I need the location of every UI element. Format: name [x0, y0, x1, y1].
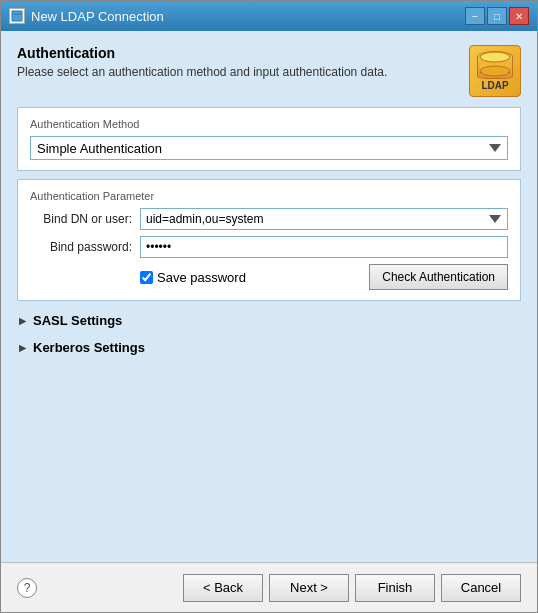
minimize-button[interactable]: −	[465, 7, 485, 25]
save-password-label[interactable]: Save password	[140, 270, 246, 285]
bind-dn-row: Bind DN or user: uid=admin,ou=system	[30, 208, 508, 230]
close-button[interactable]: ✕	[509, 7, 529, 25]
header-section: Authentication Please select an authenti…	[17, 45, 521, 97]
main-window: New LDAP Connection − □ ✕ Authentication…	[0, 0, 538, 613]
sasl-chevron-icon: ▶	[17, 316, 27, 326]
svg-point-5	[480, 66, 510, 76]
sasl-header[interactable]: ▶ SASL Settings	[17, 309, 521, 332]
auth-param-panel: Authentication Parameter Bind DN or user…	[17, 179, 521, 301]
header-text: Authentication Please select an authenti…	[17, 45, 459, 79]
restore-button[interactable]: □	[487, 7, 507, 25]
ldap-cylinder	[477, 51, 513, 79]
title-bar: New LDAP Connection − □ ✕	[1, 1, 537, 31]
kerberos-chevron-icon: ▶	[17, 343, 27, 353]
auth-method-label: Authentication Method	[30, 118, 508, 130]
back-button[interactable]: < Back	[183, 574, 263, 602]
finish-button[interactable]: Finish	[355, 574, 435, 602]
sasl-label: SASL Settings	[33, 313, 122, 328]
sasl-section: ▶ SASL Settings	[17, 309, 521, 332]
auth-param-label: Authentication Parameter	[30, 190, 508, 202]
section-title: Authentication	[17, 45, 459, 61]
kerberos-section: ▶ Kerberos Settings	[17, 336, 521, 359]
footer: ? < Back Next > Finish Cancel	[1, 562, 537, 612]
bind-password-row: Bind password:	[30, 236, 508, 258]
bind-dn-label: Bind DN or user:	[30, 212, 140, 226]
help-button[interactable]: ?	[17, 578, 37, 598]
action-row-left: Save password	[140, 270, 246, 285]
title-bar-controls: − □ ✕	[465, 7, 529, 25]
content-spacer	[17, 363, 521, 548]
cancel-button[interactable]: Cancel	[441, 574, 521, 602]
check-auth-button[interactable]: Check Authentication	[369, 264, 508, 290]
footer-left: ?	[17, 578, 37, 598]
save-password-text: Save password	[157, 270, 246, 285]
auth-method-select[interactable]: Simple Authentication No Authentication …	[30, 136, 508, 160]
auth-method-panel: Authentication Method Simple Authenticat…	[17, 107, 521, 171]
window-title: New LDAP Connection	[31, 9, 164, 24]
section-description: Please select an authentication method a…	[17, 65, 459, 79]
action-row: Save password Check Authentication	[30, 264, 508, 290]
bind-dn-input[interactable]: uid=admin,ou=system	[140, 208, 508, 230]
ldap-icon: LDAP	[469, 45, 521, 97]
next-button[interactable]: Next >	[269, 574, 349, 602]
title-bar-left: New LDAP Connection	[9, 8, 164, 24]
content-area: Authentication Please select an authenti…	[1, 31, 537, 562]
bind-password-label: Bind password:	[30, 240, 140, 254]
kerberos-header[interactable]: ▶ Kerberos Settings	[17, 336, 521, 359]
ldap-label: LDAP	[481, 80, 508, 91]
svg-point-6	[480, 52, 510, 62]
bind-password-input[interactable]	[140, 236, 508, 258]
save-password-checkbox[interactable]	[140, 271, 153, 284]
window-icon	[9, 8, 25, 24]
svg-rect-0	[12, 11, 22, 21]
footer-buttons: < Back Next > Finish Cancel	[183, 574, 521, 602]
kerberos-label: Kerberos Settings	[33, 340, 145, 355]
